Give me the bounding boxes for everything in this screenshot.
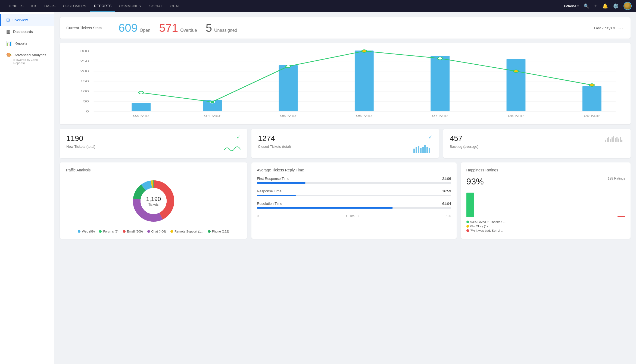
- svg-rect-39: [621, 140, 622, 142]
- svg-rect-34: [613, 136, 614, 142]
- arrow-right-icon[interactable]: ▸: [358, 214, 359, 218]
- nav-chat[interactable]: CHAT: [167, 0, 184, 12]
- closed-tickets-num: 1274: [258, 134, 291, 143]
- donut-chart: 1,190 Tickets: [129, 177, 178, 225]
- happiness-legend: 93% Loved it. Thanks!! ... 0% Okay (1) 7…: [466, 220, 625, 232]
- sparkline-wave: [224, 145, 241, 152]
- sparkline-closed: [413, 145, 432, 153]
- response-time-val: 16:59: [442, 189, 451, 193]
- legend-email: Email (509): [123, 230, 143, 233]
- notifications-icon[interactable]: 🔔: [602, 3, 608, 9]
- phone-dot: [208, 230, 211, 233]
- donut-total: 1,190: [146, 196, 161, 203]
- response-time-bar: [257, 195, 451, 196]
- overdue-stat: 571 Overdue: [159, 22, 197, 34]
- nav-kb[interactable]: KB: [27, 0, 40, 12]
- dashboards-icon: ▦: [6, 29, 10, 34]
- sidebar-sublabel-analytics: (Powered by Zoho Reports): [6, 58, 49, 65]
- sidebar-label-analytics: Advanced Analytics: [14, 53, 46, 57]
- svg-rect-30: [607, 138, 608, 142]
- bar-07mar: [431, 56, 450, 111]
- svg-rect-33: [612, 137, 613, 142]
- new-tickets-card: 1190 New Tickets (total) ✓: [60, 129, 247, 158]
- happiness-pct: 93%: [466, 177, 484, 187]
- resolution-time-fill: [257, 207, 393, 209]
- bar-06mar: [355, 51, 374, 111]
- svg-rect-21: [413, 149, 415, 153]
- settings-icon[interactable]: ⚙️: [613, 3, 619, 9]
- reports-icon: 📊: [6, 41, 12, 46]
- sidebar-item-reports[interactable]: 📊 Reports: [0, 37, 54, 49]
- nav-customers[interactable]: CUSTOMERS: [59, 0, 90, 12]
- svg-rect-35: [615, 138, 616, 142]
- svg-rect-23: [418, 146, 419, 153]
- open-count: 609: [119, 22, 138, 34]
- arrow-left-icon[interactable]: ◂: [345, 214, 347, 218]
- donut-label: 1,190 Tickets: [146, 196, 161, 206]
- new-tickets-label: New Tickets (total): [66, 145, 95, 149]
- donut-chart-wrapper: 1,190 Tickets Web (99) Forums (8): [65, 177, 242, 233]
- bar-03mar: [132, 103, 151, 111]
- bottom-section: Traffic Analysis: [60, 162, 631, 239]
- svg-rect-36: [616, 137, 618, 142]
- svg-text:03 Mar: 03 Mar: [133, 114, 149, 117]
- unassigned-count: 5: [206, 22, 212, 34]
- search-icon[interactable]: 🔍: [584, 3, 589, 9]
- nav-reports[interactable]: REPORTS: [90, 0, 116, 12]
- svg-rect-25: [422, 147, 424, 153]
- sidebar-item-overview[interactable]: ⊞ Overview: [0, 14, 54, 26]
- loved-text: 93% Loved it. Thanks!! ...: [470, 220, 506, 224]
- new-tickets-num: 1190: [66, 134, 95, 143]
- backlog-label: Backlog (average): [450, 145, 479, 149]
- closed-tickets-label: Closed Tickets (total): [258, 145, 291, 149]
- unassigned-stat: 5 Unassigned: [206, 22, 237, 34]
- nav-social[interactable]: SOCIAL: [145, 0, 166, 12]
- svg-text:08 Mar: 08 Mar: [508, 114, 524, 117]
- brand-name[interactable]: zPhone ▾: [564, 4, 579, 8]
- svg-text:50: 50: [83, 100, 89, 103]
- nav-tickets[interactable]: TICKETS: [4, 0, 27, 12]
- stats-header: Current Tickets Stats 609 Open 571 Overd…: [60, 17, 631, 39]
- happiness-chart: [466, 190, 625, 217]
- closed-tickets-card: 1274 Closed Tickets (total) ✓: [251, 129, 439, 158]
- main-layout: ⊞ Overview ▦ Dashboards 📊 Reports 🎨 Adva…: [0, 12, 636, 364]
- sidebar-item-dashboards[interactable]: ▦ Dashboards: [0, 26, 54, 37]
- more-options-button[interactable]: ···: [618, 25, 624, 31]
- legend-chat: Chat (406): [147, 230, 166, 233]
- check-icon-1: ✓: [236, 134, 241, 140]
- nav-tasks[interactable]: TASKS: [40, 0, 59, 12]
- stats-title: Current Tickets Stats: [66, 26, 110, 30]
- legend-phone: Phone (152): [208, 230, 229, 233]
- bad-text: 7% It was bad. Sorry! ...: [470, 229, 504, 232]
- reply-time-title: Average Tickets Reply Time: [257, 168, 451, 172]
- add-icon[interactable]: +: [594, 3, 597, 9]
- web-dot: [78, 230, 80, 233]
- traffic-title: Traffic Analysis: [65, 168, 242, 172]
- check-circle-icon: ✓: [428, 134, 432, 140]
- svg-text:100: 100: [80, 90, 89, 93]
- svg-text:250: 250: [80, 59, 89, 63]
- svg-text:07 Mar: 07 Mar: [432, 114, 448, 117]
- avatar[interactable]: [623, 2, 632, 10]
- legend-bad: 7% It was bad. Sorry! ...: [466, 229, 625, 232]
- date-filter-button[interactable]: Last 7 days ▾: [594, 26, 615, 30]
- sidebar: ⊞ Overview ▦ Dashboards 📊 Reports 🎨 Adva…: [0, 12, 54, 364]
- sidebar-label-overview: Overview: [13, 18, 28, 22]
- svg-text:09 Mar: 09 Mar: [584, 114, 600, 117]
- svg-text:0: 0: [86, 110, 89, 113]
- happiness-header: 93% 128 Ratings: [466, 177, 625, 187]
- legend-okay: 0% Okay (1): [466, 225, 625, 228]
- dot-08mar: [514, 70, 518, 73]
- dot-07mar: [438, 57, 442, 60]
- ratings-count: 128 Ratings: [608, 177, 625, 180]
- response-time-item: Response Time 16:59: [257, 189, 451, 196]
- legend-web: Web (99): [78, 230, 95, 233]
- happy-bar: [466, 193, 474, 217]
- sidebar-label-dashboards: Dashboards: [13, 30, 33, 34]
- nav-community[interactable]: COMMUNITY: [115, 0, 145, 12]
- sidebar-item-analytics[interactable]: 🎨 Advanced Analytics (Powered by Zoho Re…: [0, 49, 54, 68]
- traffic-card: Traffic Analysis: [60, 162, 247, 239]
- metric-cards: 1190 New Tickets (total) ✓ 1274 Closed T…: [60, 129, 631, 158]
- dot-04mar: [210, 101, 214, 103]
- scale-unit: hrs: [348, 214, 357, 218]
